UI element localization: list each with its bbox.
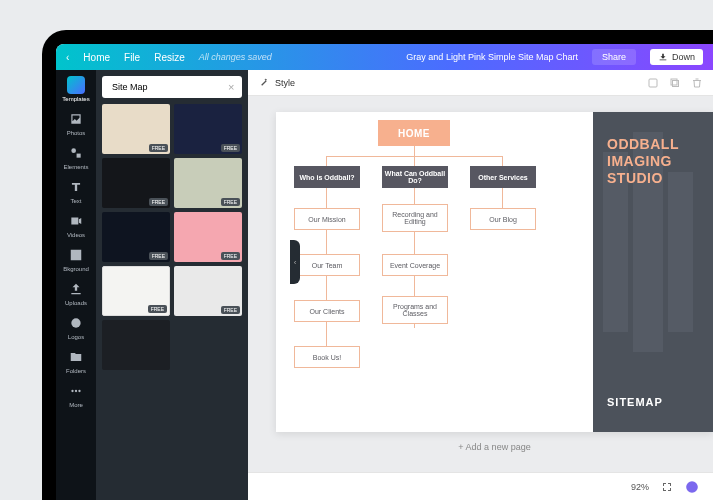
chart-leaf[interactable]: Programs and Classes	[382, 296, 448, 324]
uploads-icon	[67, 280, 85, 298]
save-status: All changes saved	[199, 52, 272, 62]
canvas-viewport[interactable]: HOME Who is Oddball? What Can Oddball Do…	[248, 96, 713, 500]
zoom-level[interactable]: 92%	[631, 482, 649, 492]
template-thumb[interactable]: FREE	[174, 104, 242, 154]
rail-templates[interactable]: Templates	[62, 76, 89, 102]
chart-leaf[interactable]: Our Clients	[294, 300, 360, 322]
search-input[interactable]	[112, 82, 224, 92]
share-button[interactable]: Share	[592, 49, 636, 65]
design-page[interactable]: HOME Who is Oddball? What Can Oddball Do…	[276, 112, 713, 432]
svg-point-0	[71, 148, 76, 153]
rail-background[interactable]: Bkground	[63, 246, 89, 272]
laptop-frame: ‹ Home File Resize All changes saved Gra…	[42, 30, 713, 500]
free-badge: FREE	[221, 306, 240, 314]
duplicate-icon[interactable]	[669, 77, 681, 89]
clear-search-icon[interactable]: ×	[228, 81, 234, 93]
text-icon	[67, 178, 85, 196]
chart-leaf[interactable]: Our Blog	[470, 208, 536, 230]
rail-elements[interactable]: Elements	[63, 144, 88, 170]
template-thumb[interactable]: FREE	[102, 266, 170, 316]
search-bar: ×	[102, 76, 242, 98]
rail-uploads-label: Uploads	[65, 300, 87, 306]
brand-title: ODDBALL IMAGING STUDIO	[607, 136, 699, 186]
top-bar: ‹ Home File Resize All changes saved Gra…	[56, 44, 713, 70]
nav-home[interactable]: Home	[83, 52, 110, 63]
rail-folders-label: Folders	[66, 368, 86, 374]
rail-more-label: More	[69, 402, 83, 408]
rail-photos[interactable]: Photos	[67, 110, 86, 136]
notes-icon[interactable]	[647, 77, 659, 89]
rail-logos[interactable]: Logos	[67, 314, 85, 340]
more-icon	[67, 382, 85, 400]
svg-rect-1	[77, 154, 81, 158]
download-icon	[658, 52, 668, 62]
rail-text-label: Text	[70, 198, 81, 204]
free-badge: FREE	[149, 252, 168, 260]
style-toolbar: Style	[248, 70, 713, 96]
back-icon[interactable]: ‹	[66, 52, 69, 63]
document-name: Gray and Light Pink Simple Site Map Char…	[406, 52, 578, 62]
download-button[interactable]: Down	[650, 49, 703, 65]
svg-point-5	[78, 390, 80, 392]
rail-videos[interactable]: Videos	[67, 212, 85, 238]
svg-point-4	[75, 390, 77, 392]
template-thumb[interactable]: FREE	[174, 266, 242, 316]
chart-branch[interactable]: Who is Oddball?	[294, 166, 360, 188]
rail-background-label: Bkground	[63, 266, 89, 272]
sitemap-chart: HOME Who is Oddball? What Can Oddball Do…	[276, 112, 593, 432]
template-thumb[interactable]: FREE	[102, 212, 170, 262]
help-icon[interactable]	[685, 480, 699, 494]
template-thumb[interactable]: FREE	[174, 212, 242, 262]
svg-rect-7	[673, 80, 679, 86]
elements-icon	[67, 144, 85, 162]
templates-panel: × FREE FREE FREE FREE FREE FREE FREE FRE…	[96, 70, 248, 500]
rail-videos-label: Videos	[67, 232, 85, 238]
template-thumb[interactable]: FREE	[102, 158, 170, 208]
rail-folders[interactable]: Folders	[66, 348, 86, 374]
nav-file[interactable]: File	[124, 52, 140, 63]
fullscreen-icon[interactable]	[661, 481, 673, 493]
template-thumb[interactable]: FREE	[174, 158, 242, 208]
rail-photos-label: Photos	[67, 130, 86, 136]
chart-leaf[interactable]: Our Mission	[294, 208, 360, 230]
add-page-button[interactable]: + Add a new page	[276, 442, 713, 452]
videos-icon	[67, 212, 85, 230]
template-thumb[interactable]: FREE	[102, 104, 170, 154]
background-icon	[67, 246, 85, 264]
style-button[interactable]: Style	[275, 78, 295, 88]
chart-root[interactable]: HOME	[378, 120, 450, 146]
free-badge: FREE	[148, 305, 167, 313]
rail-uploads[interactable]: Uploads	[65, 280, 87, 306]
trash-icon[interactable]	[691, 77, 703, 89]
chart-leaf[interactable]: Book Us!	[294, 346, 360, 368]
svg-point-2	[71, 318, 80, 327]
free-badge: FREE	[221, 144, 240, 152]
bottom-bar: 92%	[248, 472, 713, 500]
download-label: Down	[672, 52, 695, 62]
chart-branch[interactable]: What Can Oddball Do?	[382, 166, 448, 188]
svg-point-3	[71, 390, 73, 392]
free-badge: FREE	[149, 198, 168, 206]
wand-icon	[258, 77, 269, 88]
template-grid: FREE FREE FREE FREE FREE FREE FREE FREE	[102, 104, 242, 494]
brand-footer: SITEMAP	[607, 396, 699, 408]
rail-elements-label: Elements	[63, 164, 88, 170]
folders-icon	[67, 348, 85, 366]
chart-leaf[interactable]: Event Coverage	[382, 254, 448, 276]
chart-branch[interactable]: Other Services	[470, 166, 536, 188]
brand-panel: ODDBALL IMAGING STUDIO SITEMAP	[593, 112, 713, 432]
panel-collapse-handle[interactable]: ‹	[290, 240, 300, 284]
free-badge: FREE	[221, 198, 240, 206]
rail-templates-label: Templates	[62, 96, 89, 102]
svg-point-9	[686, 481, 698, 493]
svg-rect-6	[649, 79, 657, 87]
rail-text[interactable]: Text	[67, 178, 85, 204]
photos-icon	[67, 110, 85, 128]
rail-more[interactable]: More	[67, 382, 85, 408]
template-thumb[interactable]	[102, 320, 170, 370]
nav-resize[interactable]: Resize	[154, 52, 185, 63]
chart-leaf[interactable]: Our Team	[294, 254, 360, 276]
canvas-area: Style HOME Who is Oddball? What Can Oddb…	[248, 70, 713, 500]
app-screen: ‹ Home File Resize All changes saved Gra…	[56, 44, 713, 500]
chart-leaf[interactable]: Recording and Editing	[382, 204, 448, 232]
